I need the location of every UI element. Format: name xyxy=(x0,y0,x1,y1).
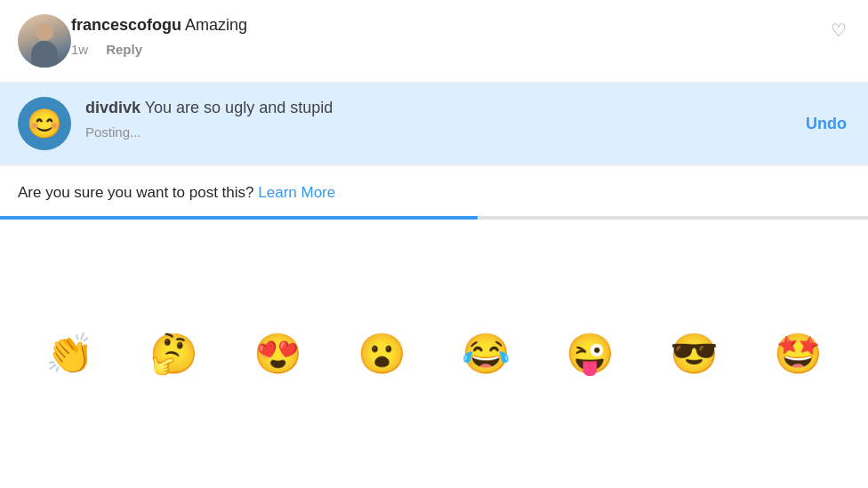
emoji-clap[interactable]: 👏 xyxy=(45,331,94,377)
emoji-wink-tongue[interactable]: 😜 xyxy=(566,331,615,377)
warning-section: Are you sure you want to post this? Lear… xyxy=(0,165,868,216)
comment-1-body: Amazing xyxy=(185,16,247,34)
comment-2-username: divdivk xyxy=(85,99,141,116)
emoji-star-struck[interactable]: 🤩 xyxy=(774,331,823,377)
app-container: francescofogu Amazing 1w Reply ♡ 😊 divdi… xyxy=(0,0,868,488)
emoji-heart-eyes[interactable]: 😍 xyxy=(253,331,302,377)
heart-button[interactable]: ♡ xyxy=(831,20,847,41)
comment-2-body: You are so ugly and stupid xyxy=(145,99,334,116)
emoji-surprised[interactable]: 😮 xyxy=(358,331,406,377)
emoji-bar: 👏 🤔 😍 😮 😂 😜 😎 🤩 xyxy=(0,220,868,488)
comment-2: 😊 divdivk You are so ugly and stupid Pos… xyxy=(0,83,868,164)
emoji-laugh-cry[interactable]: 😂 xyxy=(462,331,510,377)
warning-message: Are you sure you want to post this? xyxy=(18,184,254,201)
emoji-thinking[interactable]: 🤔 xyxy=(149,331,198,377)
comment-1-username: francescofogu xyxy=(71,16,181,34)
comment-1: francescofogu Amazing 1w Reply ♡ xyxy=(0,0,868,82)
posting-status: Posting... xyxy=(85,124,850,140)
comment-1-text: francescofogu Amazing xyxy=(71,14,850,36)
avatar-2: 😊 xyxy=(18,97,71,150)
comment-1-content: francescofogu Amazing 1w Reply xyxy=(71,14,850,57)
emoji-sunglasses[interactable]: 😎 xyxy=(670,331,719,377)
avatar-1 xyxy=(18,14,71,68)
heart-icon: ♡ xyxy=(831,20,847,40)
comment-1-meta: 1w Reply xyxy=(71,42,850,57)
warning-text: Are you sure you want to post this? Lear… xyxy=(18,182,850,204)
comment-1-time: 1w xyxy=(71,42,88,57)
comment-2-content: divdivk You are so ugly and stupid Posti… xyxy=(85,97,850,140)
comment-2-text: divdivk You are so ugly and stupid xyxy=(85,97,850,119)
reply-button[interactable]: Reply xyxy=(106,42,142,57)
undo-button[interactable]: Undo xyxy=(806,115,847,133)
learn-more-link[interactable]: Learn More xyxy=(258,184,335,201)
